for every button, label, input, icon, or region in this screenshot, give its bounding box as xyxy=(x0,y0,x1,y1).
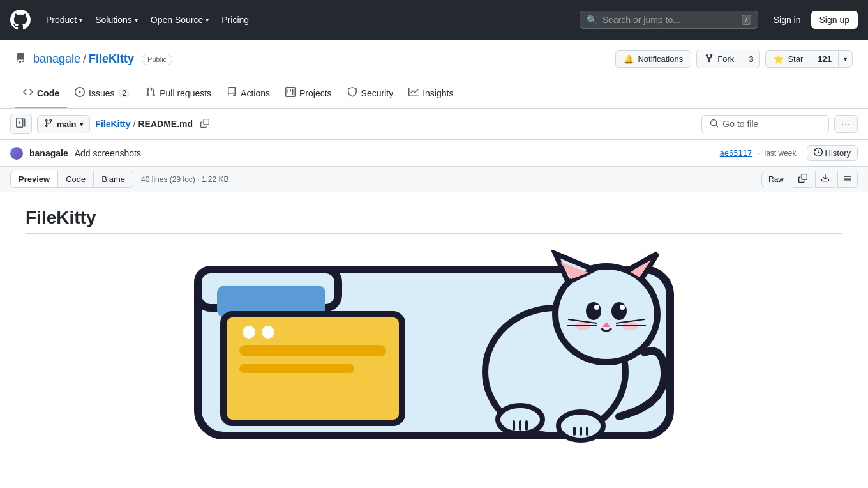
tab-code[interactable]: Code xyxy=(15,79,67,108)
search-box[interactable]: 🔍 Search or jump to... / xyxy=(580,11,758,29)
goto-file-placeholder: Go to file xyxy=(722,119,758,129)
sidebar-toggle-icon xyxy=(16,118,26,128)
nav-pricing[interactable]: Pricing xyxy=(216,11,254,29)
nav-solutions[interactable]: Solutions ▾ xyxy=(90,11,143,29)
tab-actions[interactable]: Actions xyxy=(219,79,278,108)
breadcrumb-repo-link[interactable]: FileKitty xyxy=(95,119,130,129)
tab-actions-label: Actions xyxy=(241,88,270,98)
readme-content: FileKitty xyxy=(0,192,868,470)
chevron-down-icon: ▾ xyxy=(79,17,82,24)
issue-icon xyxy=(75,87,85,99)
star-group: ⭐ Star 121 ▾ xyxy=(765,50,853,68)
breadcrumb-separator: / xyxy=(133,119,136,129)
file-view-tabs: Preview Code Blame xyxy=(10,171,133,188)
github-logo-icon xyxy=(10,10,31,30)
svg-point-17 xyxy=(620,305,625,310)
commit-time: last week xyxy=(765,149,797,158)
pr-icon xyxy=(146,87,156,99)
repo-separator: / xyxy=(83,52,86,66)
branch-icon xyxy=(44,119,53,130)
tab-security[interactable]: Security xyxy=(340,79,401,108)
commit-message: Add screenshots xyxy=(75,148,141,158)
search-shortcut: / xyxy=(742,15,751,25)
star-dropdown[interactable]: ▾ xyxy=(838,50,853,68)
svg-rect-5 xyxy=(239,364,354,373)
repo-owner-link[interactable]: banagale xyxy=(33,52,80,66)
bell-icon: 🔔 xyxy=(624,54,634,64)
tab-projects-label: Projects xyxy=(299,88,332,98)
tab-pull-requests[interactable]: Pull requests xyxy=(138,79,219,108)
svg-rect-4 xyxy=(239,345,386,356)
svg-point-14 xyxy=(586,302,601,320)
tab-issues[interactable]: Issues 2 xyxy=(67,79,138,108)
fork-button[interactable]: Fork xyxy=(696,50,742,68)
filekitty-illustration xyxy=(26,244,842,455)
commit-hash[interactable]: ae65117 xyxy=(720,149,752,158)
copy-raw-button[interactable] xyxy=(793,171,812,188)
auth-buttons: Sign in Sign up xyxy=(768,11,858,29)
raw-button[interactable]: Raw xyxy=(761,172,790,187)
search-icon-small xyxy=(710,119,719,130)
outline-button[interactable] xyxy=(837,171,858,188)
file-view-header: Preview Code Blame 40 lines (29 loc) · 1… xyxy=(0,167,868,192)
svg-point-15 xyxy=(611,302,627,320)
star-count[interactable]: 121 xyxy=(811,50,839,68)
tab-pr-label: Pull requests xyxy=(160,88,211,98)
breadcrumb-file: README.md xyxy=(138,119,193,129)
notifications-label: Notifications xyxy=(638,54,683,64)
copy-content-icon xyxy=(798,174,807,183)
more-options-button[interactable]: ··· xyxy=(834,115,858,133)
star-button[interactable]: ⭐ Star xyxy=(765,50,811,68)
file-meta: 40 lines (29 loc) · 1.22 KB xyxy=(141,175,228,184)
branch-selector[interactable]: main ▾ xyxy=(37,115,90,133)
repo-visibility-badge: Public xyxy=(142,54,172,65)
chevron-down-icon: ▾ xyxy=(206,17,209,24)
svg-point-7 xyxy=(262,326,274,339)
branch-name: main xyxy=(57,119,76,129)
svg-point-6 xyxy=(243,326,255,339)
commit-row: banagale Add screenshots ae65117 · last … xyxy=(0,139,868,167)
branch-chevron: ▾ xyxy=(80,121,83,128)
fork-icon xyxy=(705,54,714,65)
tab-issues-label: Issues xyxy=(89,88,114,98)
top-nav-links: Product ▾ Solutions ▾ Open Source ▾ Pric… xyxy=(41,11,254,29)
star-icon: ⭐ xyxy=(774,54,784,64)
star-label: Star xyxy=(788,54,803,64)
nav-open-source[interactable]: Open Source ▾ xyxy=(146,11,214,29)
commit-author[interactable]: banagale xyxy=(29,148,68,158)
repo-name-link[interactable]: FileKitty xyxy=(89,52,134,66)
signup-button[interactable]: Sign up xyxy=(811,11,858,29)
code-icon xyxy=(23,87,33,99)
signin-button[interactable]: Sign in xyxy=(768,11,806,29)
file-toolbar: main ▾ FileKitty / README.md Go to file … xyxy=(0,109,868,139)
tab-code-view[interactable]: Code xyxy=(57,171,93,188)
commit-meta: ae65117 · last week History xyxy=(720,145,858,161)
download-icon xyxy=(821,174,830,183)
commit-dot: · xyxy=(757,149,759,158)
repo-header-actions: 🔔 Notifications Fork 3 ⭐ Star 121 ▾ xyxy=(615,50,853,68)
history-label: History xyxy=(825,148,851,158)
outline-icon xyxy=(843,174,852,183)
goto-file-search[interactable]: Go to file xyxy=(701,115,829,133)
tab-preview[interactable]: Preview xyxy=(10,171,57,188)
fork-label: Fork xyxy=(717,54,734,64)
filekitty-image xyxy=(160,250,708,448)
tab-insights[interactable]: Insights xyxy=(401,79,461,108)
tab-blame[interactable]: Blame xyxy=(93,171,133,188)
fork-count[interactable]: 3 xyxy=(742,50,760,68)
download-button[interactable] xyxy=(815,171,835,188)
notifications-button[interactable]: 🔔 Notifications xyxy=(615,50,691,68)
repo-tabs: Code Issues 2 Pull requests Actions Proj… xyxy=(0,79,868,109)
repo-icon xyxy=(15,53,26,63)
tab-code-label: Code xyxy=(37,88,59,98)
sidebar-toggle-button[interactable] xyxy=(10,114,32,134)
history-button[interactable]: History xyxy=(807,145,858,161)
fork-group: Fork 3 xyxy=(696,50,760,68)
svg-point-26 xyxy=(558,412,603,440)
github-logo[interactable] xyxy=(10,10,31,30)
nav-product[interactable]: Product ▾ xyxy=(41,11,87,29)
tab-projects[interactable]: Projects xyxy=(278,79,340,108)
repo-breadcrumb: banagale / FileKitty xyxy=(33,52,134,66)
copy-path-button[interactable] xyxy=(198,118,212,131)
repo-header: banagale / FileKitty Public 🔔 Notificati… xyxy=(0,40,868,79)
